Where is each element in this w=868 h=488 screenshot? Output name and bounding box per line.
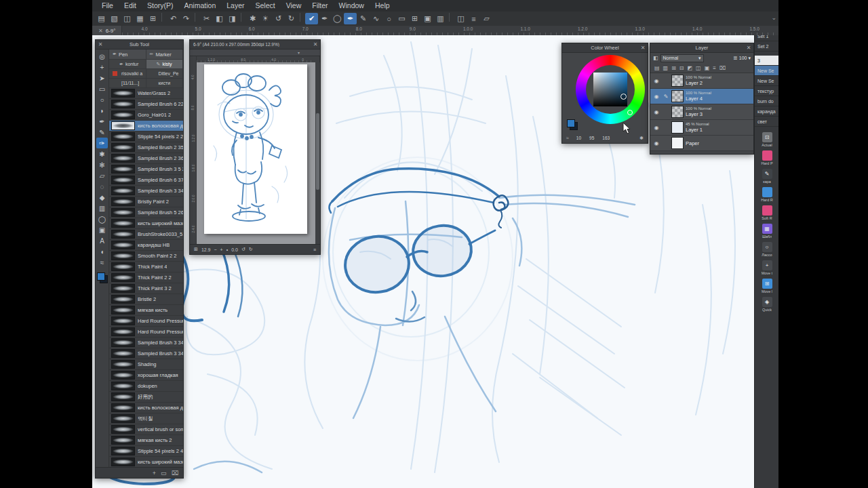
brush-item[interactable]: Thick Paint 3 2 [109, 283, 183, 294]
brush-item[interactable]: dokupen [109, 381, 183, 392]
brush-item[interactable]: Goro_Hair01 2 [109, 110, 183, 121]
brush-item[interactable]: Smooth Paint 2 2 [109, 251, 183, 262]
dock-list-item[interactable]: каранда [755, 106, 778, 117]
dock-list-item[interactable]: burn do [755, 96, 778, 106]
quick-access-item[interactable]: ○ Лассо [755, 241, 778, 259]
close-icon[interactable]: ✕ [638, 45, 648, 51]
foreground-color-swatch[interactable] [97, 272, 105, 281]
operation-tool-icon[interactable]: ➤ [96, 73, 108, 83]
delete-subtool-icon[interactable]: ⌧ [172, 470, 178, 476]
menu-item[interactable]: Layer [221, 0, 250, 12]
separator[interactable] [300, 13, 305, 22]
circle-icon[interactable]: ○ [382, 13, 395, 24]
balloon-tool-icon[interactable]: ◖ [96, 246, 108, 257]
open-file-icon[interactable]: ▧ [108, 13, 121, 24]
brush-item[interactable]: Stipple 54 pixels 2 4 [109, 446, 183, 457]
paste-icon[interactable]: ◨ [226, 13, 239, 24]
Paper[interactable]: ◉ Paper [650, 136, 753, 151]
layer-thumbnail[interactable] [671, 90, 684, 102]
text-tool-icon[interactable]: A [96, 235, 108, 246]
material-set-item[interactable]: Set 2 [755, 41, 778, 52]
visibility-eye-icon[interactable]: ◉ [652, 140, 660, 146]
clip-layer-icon[interactable]: ◩ [688, 65, 693, 71]
brush-item[interactable]: кисть широкий мазок 2 [109, 457, 183, 467]
frame-icon[interactable]: ▣ [421, 13, 434, 24]
blend-tool-icon[interactable]: ◌ [96, 181, 108, 192]
pencil-tool-icon[interactable]: ✎ [96, 127, 108, 138]
brush-item[interactable]: Thick Paint 2 2 [109, 272, 183, 283]
separator[interactable] [241, 13, 246, 22]
visibility-eye-icon[interactable]: ◉ [652, 109, 660, 115]
dock-list-item[interactable]: New Se [755, 76, 778, 86]
dock-list-item[interactable]: New Se [755, 66, 778, 76]
saturation-value-box[interactable] [593, 73, 627, 106]
brush-item[interactable]: Water/Grass 2 [109, 88, 183, 99]
opacity-control[interactable]: ≣ 100 ▾ [733, 55, 751, 61]
brush-item[interactable]: Bristly Paint 2 [109, 197, 183, 207]
brush-item[interactable]: Thick Paint 4 [109, 262, 183, 272]
brush-item[interactable]: 好用的 [109, 392, 183, 403]
brush-item[interactable]: Sampled Brush 3 34 3 new [109, 338, 183, 348]
Layer 2[interactable]: ◉ 100 % Normal Layer 2 [650, 73, 753, 89]
quick-access-item[interactable]: ✎ кара [755, 167, 778, 186]
snap-icon[interactable]: ✔ [305, 13, 318, 24]
quick-access-item[interactable]: Soft R [755, 204, 778, 222]
new-folder-icon[interactable]: ▥ [663, 65, 669, 71]
correction-tool-icon[interactable]: ≈ [96, 257, 108, 268]
sv-marker[interactable] [620, 94, 627, 100]
brush-item[interactable]: vertical brush or something [109, 424, 183, 435]
fill-tool-icon[interactable]: ◆ [96, 192, 108, 203]
new-layer-icon[interactable]: ▤ [654, 65, 660, 71]
rotate-right-icon[interactable]: ↻ [249, 247, 253, 252]
separator[interactable] [449, 13, 454, 22]
subtool-tab[interactable]: ✏ Marker [146, 49, 184, 60]
Layer 3[interactable]: ◉ 100 % Normal Layer 3 [650, 104, 753, 120]
ellipse-icon[interactable]: ◯ [331, 13, 344, 24]
brush-item[interactable]: Sampled Brush 2 36 2 [109, 153, 183, 164]
subtool-tab[interactable]: ✒ Pen [109, 49, 146, 60]
brush-item[interactable]: Bristle 2 [109, 294, 183, 305]
current-tool-icon[interactable]: ✒ [344, 13, 357, 24]
list-icon[interactable]: ≡ [467, 13, 480, 24]
close-icon[interactable]: ✕ [96, 41, 105, 47]
layer-thumbnail[interactable] [671, 75, 684, 87]
menu-item[interactable]: Select [250, 0, 281, 12]
brush-item[interactable]: Stipple 54 pixels 2 2 [109, 131, 183, 142]
document-tab[interactable]: ✕ 6-9° [92, 26, 122, 35]
dock-list-item[interactable]: свет [755, 117, 778, 127]
separator[interactable] [195, 13, 200, 22]
menu-item[interactable]: Edit [119, 0, 142, 12]
brush-item[interactable]: Sampled Brush 3 34 3 new 2 [109, 348, 183, 359]
selection-tool-icon[interactable]: ▭ [96, 83, 108, 94]
brush-item[interactable]: кисть волосковая для кон [109, 121, 183, 131]
brush-item[interactable]: Hard Round Pressure Opaci [109, 327, 183, 338]
document-view[interactable] [197, 62, 315, 244]
document-page[interactable] [204, 64, 307, 234]
quick-access-item[interactable]: Hard P [755, 149, 778, 167]
menu-item[interactable]: Window [334, 0, 370, 12]
cut-icon[interactable]: ✂ [200, 13, 213, 24]
visibility-eye-icon[interactable]: ◉ [652, 78, 660, 84]
brush-item[interactable]: Sampled Brush 3 34 2 [109, 186, 183, 197]
hue-marker[interactable] [627, 110, 633, 115]
zoom-tool-icon[interactable]: ◎ [96, 51, 108, 62]
brush-item[interactable]: 먹티칠 [109, 413, 183, 424]
brush-item[interactable]: Sampled Brush 3 5 2 [109, 164, 183, 175]
menu-item[interactable]: View [281, 0, 307, 12]
rotate-left-icon[interactable]: ↺ [272, 13, 285, 24]
zoom-in-icon[interactable]: + [220, 247, 223, 252]
chevron-down-icon[interactable]: ▾ [298, 50, 300, 55]
document-scrollbar[interactable] [315, 62, 320, 244]
menu-item[interactable]: Help [370, 0, 395, 12]
color-swatches[interactable] [97, 272, 108, 283]
duplicate-subtool-icon[interactable]: ▭ [161, 470, 167, 476]
brush-tool-icon[interactable]: ✑ [96, 138, 108, 148]
brush-item[interactable]: Sampled Brush 5 26 2 [109, 207, 183, 218]
color-wheel-swatches[interactable] [567, 119, 578, 130]
tab-close-icon[interactable]: ✕ [98, 28, 103, 34]
save-icon[interactable]: ◫ [121, 13, 134, 24]
menu-item[interactable]: Story(P) [142, 0, 179, 12]
quick-access-item[interactable]: Hard R [755, 186, 778, 204]
scrollbar-thumb[interactable] [316, 113, 319, 190]
blend-mode-select[interactable]: Normal ▾ [660, 54, 704, 62]
